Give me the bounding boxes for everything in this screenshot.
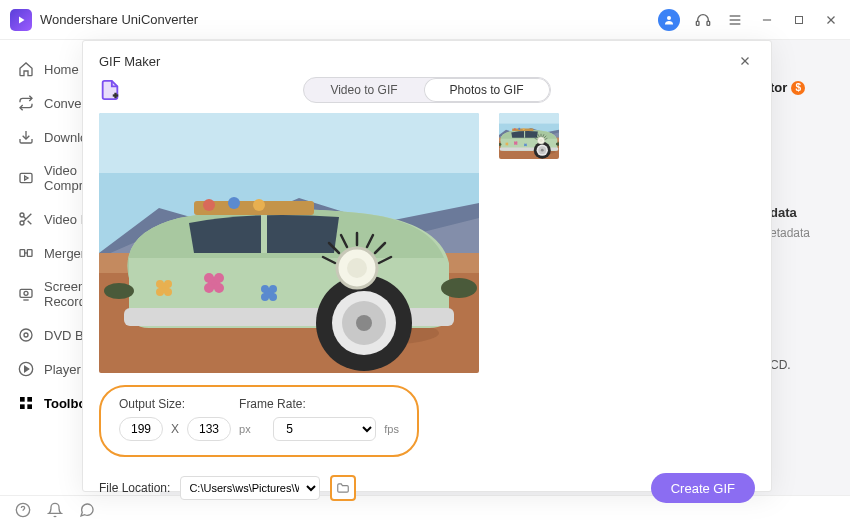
svg-rect-30 (20, 404, 25, 409)
svg-line-16 (28, 221, 32, 225)
titlebar: Wondershare UniConverter (0, 0, 850, 40)
output-height-input[interactable] (187, 417, 231, 441)
scissors-icon (18, 211, 34, 227)
close-icon[interactable] (735, 51, 755, 71)
svg-rect-18 (20, 250, 25, 257)
px-unit: px (239, 423, 251, 435)
modal-title: GIF Maker (99, 54, 160, 69)
help-icon[interactable] (14, 501, 32, 519)
fps-unit: fps (384, 423, 399, 435)
sidebar-item-label: Merger (44, 246, 85, 261)
file-location-label: File Location: (99, 481, 170, 495)
sidebar-item-label: Home (44, 62, 79, 77)
svg-point-24 (20, 329, 32, 341)
background-content: tor $ data etadata CD. (770, 80, 830, 372)
svg-point-22 (24, 291, 28, 295)
x-separator: X (171, 422, 179, 436)
feedback-icon[interactable] (78, 501, 96, 519)
svg-point-13 (20, 213, 24, 217)
svg-marker-12 (25, 176, 28, 180)
output-settings: Output Size: Frame Rate: X px 5 fps (99, 385, 419, 457)
play-icon (18, 361, 34, 377)
download-icon (18, 129, 34, 145)
svg-point-14 (20, 221, 24, 225)
svg-rect-11 (20, 173, 32, 182)
svg-rect-29 (27, 397, 32, 402)
svg-marker-27 (25, 366, 29, 371)
converter-icon (18, 95, 34, 111)
svg-rect-7 (796, 16, 803, 23)
tab-video-to-gif[interactable]: Video to GIF (304, 78, 423, 102)
minimize-icon[interactable] (758, 11, 776, 29)
merger-icon (18, 245, 34, 261)
photo-thumbnail[interactable] (499, 113, 559, 159)
home-icon (18, 61, 34, 77)
create-gif-button[interactable]: Create GIF (651, 473, 755, 503)
gif-maker-modal: GIF Maker Video to GIF Photos to GIF Out… (82, 40, 772, 492)
maximize-icon[interactable] (790, 11, 808, 29)
app-title: Wondershare UniConverter (40, 12, 198, 27)
dollar-badge-icon: $ (791, 81, 805, 95)
mode-tabs: Video to GIF Photos to GIF (303, 77, 550, 103)
frame-rate-label: Frame Rate: (239, 397, 306, 411)
svg-rect-28 (20, 397, 25, 402)
disc-icon (18, 327, 34, 343)
svg-rect-19 (27, 250, 32, 257)
headset-icon[interactable] (694, 11, 712, 29)
close-window-icon[interactable] (822, 11, 840, 29)
browse-folder-button[interactable] (330, 475, 356, 501)
file-location-select[interactable]: C:\Users\ws\Pictures\Wonders (180, 476, 320, 500)
svg-point-25 (24, 333, 28, 337)
svg-rect-31 (27, 404, 32, 409)
grid-icon (18, 395, 34, 411)
user-avatar-icon[interactable] (658, 9, 680, 31)
svg-rect-1 (696, 21, 699, 25)
bell-icon[interactable] (46, 501, 64, 519)
tab-photos-to-gif[interactable]: Photos to GIF (424, 78, 550, 102)
menu-icon[interactable] (726, 11, 744, 29)
frame-rate-select[interactable]: 5 (273, 417, 376, 441)
svg-rect-21 (20, 289, 32, 297)
svg-rect-2 (707, 21, 710, 25)
app-logo (10, 9, 32, 31)
output-size-label: Output Size: (119, 397, 185, 411)
main-preview (99, 113, 479, 373)
compressor-icon (18, 170, 34, 186)
sidebar-item-label: Player (44, 362, 81, 377)
add-file-icon[interactable] (99, 79, 121, 101)
svg-point-0 (667, 16, 671, 20)
recorder-icon (18, 286, 34, 302)
svg-line-17 (23, 216, 26, 219)
output-width-input[interactable] (119, 417, 163, 441)
